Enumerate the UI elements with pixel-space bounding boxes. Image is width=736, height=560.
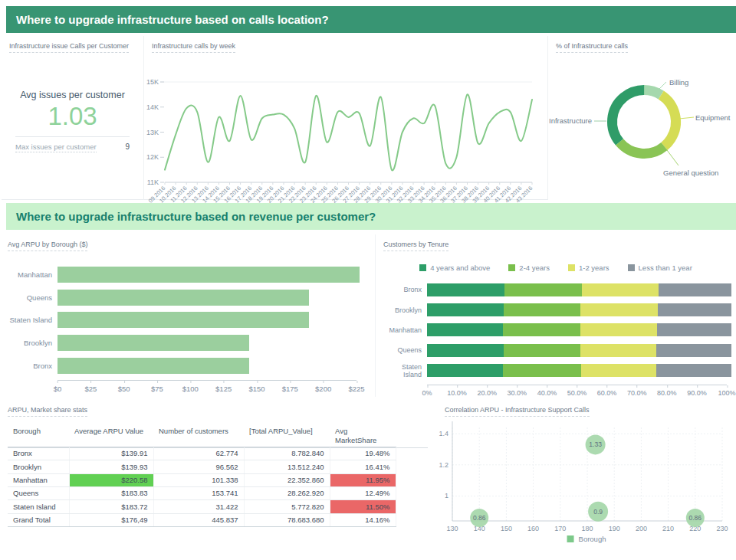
donut-label-general-question: General question	[663, 169, 718, 177]
table-cell-value: 31.422	[153, 500, 244, 513]
table-cell-borough: Brooklyn	[8, 460, 69, 473]
table-cell-borough: Staten Island	[8, 500, 69, 513]
correlation-plot[interactable]: 13014015016017018019020021022023011.21.4…	[437, 400, 736, 553]
tenure-segment[interactable]	[659, 283, 731, 296]
tenure-segment[interactable]	[427, 364, 503, 377]
arpu-bar[interactable]	[58, 312, 309, 328]
x-tick-label: 180	[581, 525, 593, 532]
tenure-segment[interactable]	[658, 303, 731, 316]
table-cell-value: 22.352.860	[244, 473, 330, 486]
tenure-segment[interactable]	[580, 323, 657, 336]
tenure-segment[interactable]	[503, 364, 581, 377]
table-cell-value: 11.95%	[330, 473, 396, 486]
legend-label: Borough	[579, 535, 606, 543]
table-cell-borough: Manhattan	[8, 473, 69, 486]
table-cell-value: 16.41%	[330, 460, 396, 473]
x-tick-label: 150	[501, 525, 512, 532]
y-tick-label: 13K	[146, 129, 159, 136]
x-tick-label: $125	[215, 385, 232, 393]
legend-swatch	[628, 264, 635, 271]
tenure-segment[interactable]	[582, 283, 659, 296]
legend-swatch	[508, 264, 515, 271]
x-tick-label: 190	[609, 525, 620, 532]
arpu-stats-panel: ARPU, Market share stats BoroughAverage …	[0, 400, 437, 555]
x-tick-label: 80.0%	[657, 389, 677, 397]
tenure-segment[interactable]	[656, 344, 731, 357]
infra-calls-donut-plot[interactable]: Billing Equipment General question Infra…	[548, 36, 736, 198]
arpu-bar[interactable]	[58, 358, 249, 374]
x-tick-label: 130	[446, 525, 458, 532]
column-header: [Total ARPU_Value]	[244, 425, 330, 447]
tenure-segment[interactable]	[427, 344, 504, 357]
correlation-title: Correlation ARPU - Infrastructure Suppor…	[445, 406, 590, 417]
column-header: Avg MarketShare	[330, 425, 396, 447]
tenure-category-label: Brooklyn	[385, 306, 427, 314]
arpu-stats-table-wrap: BoroughAverage ARPU ValueNumber of custo…	[8, 425, 437, 527]
tenure-segment[interactable]	[427, 323, 503, 336]
tenure-segment[interactable]	[427, 283, 504, 296]
arpu-bar[interactable]	[58, 267, 360, 283]
tenure-segment[interactable]	[580, 344, 656, 357]
table-cell-value: 78.683.680	[244, 513, 330, 526]
tenure-segment[interactable]	[504, 344, 580, 357]
table-row[interactable]: Bronx$139.9162.7748.782.84019.48%	[8, 447, 396, 460]
tenure-segment[interactable]	[656, 364, 731, 377]
legend-item[interactable]: 1-2 years	[568, 264, 610, 272]
arpu-by-borough-title: Avg ARPU by Borough ($)	[8, 241, 87, 251]
tenure-bar-row: Queens	[385, 340, 731, 360]
y-tick-label: 15K	[146, 78, 159, 86]
x-tick-label: 100%	[718, 389, 735, 397]
legend-swatch	[419, 264, 426, 271]
arpu-category-label: Staten Island	[8, 316, 58, 324]
legend-item[interactable]: 4 years and above	[419, 264, 490, 272]
tenure-segment[interactable]	[503, 323, 580, 336]
table-row[interactable]: Queens$183.83153.74128.262.92012.49%	[8, 486, 396, 499]
table-cell-value: 5.772.820	[244, 500, 330, 513]
table-cell-value: $220.58	[69, 473, 153, 486]
tenure-segment[interactable]	[580, 303, 657, 316]
kpi-panel: Infrastructure issue Calls per Customer …	[2, 36, 144, 200]
x-tick-label: 200	[636, 525, 647, 532]
table-row[interactable]: Brooklyn$139.9396.56213.512.24016.41%	[8, 460, 396, 473]
y-tick-label: 1.2	[439, 461, 449, 469]
calls-line-series[interactable]	[165, 94, 532, 170]
arpu-bar-track	[58, 312, 366, 328]
x-tick-label: $25	[84, 385, 97, 393]
arpu-category-label: Bronx	[8, 362, 58, 370]
legend-item[interactable]: 2-4 years	[508, 264, 550, 272]
tenure-segment[interactable]	[581, 364, 656, 377]
arpu-category-label: Manhattan	[8, 270, 58, 279]
customers-by-tenure-panel: Customers by Tenure 4 years and above2-4…	[376, 234, 736, 397]
y-tick-label: 12K	[146, 153, 159, 161]
x-tick-label: $150	[248, 385, 264, 393]
calls-by-week-plot[interactable]: 11K12K13K14K15K09.201610.201611.201612.2…	[144, 54, 547, 206]
tenure-segment[interactable]	[657, 323, 731, 336]
table-cell-value: 96.562	[153, 460, 244, 473]
table-row[interactable]: Grand Total$176,49445.83778.683.68014.16…	[8, 513, 396, 526]
tenure-segment[interactable]	[504, 283, 583, 296]
tenure-bar-track	[427, 303, 731, 316]
kpi-avg-label: Avg issues per customer	[9, 90, 136, 100]
legend-item[interactable]: Less than 1 year	[628, 264, 692, 272]
table-row[interactable]: Manhattan$220.58101.33822.352.86011.95%	[8, 473, 396, 486]
arpu-x-axis: $0$25$50$75$100$125$150$175$200$225	[58, 380, 356, 395]
column-header: Borough	[8, 425, 69, 447]
arpu-bar[interactable]	[58, 290, 309, 306]
tenure-category-label: Manhattan	[385, 326, 427, 334]
x-tick-label: 230	[716, 525, 728, 532]
tenure-x-axis: 0%10.0%20.0%30.0%40.0%50.0%60.0%70.0%80.…	[427, 385, 727, 399]
legend-label: 1-2 years	[579, 264, 610, 272]
y-tick-label: 1.4	[439, 430, 449, 437]
donut-label-infrastructure: Infrastructure	[549, 116, 592, 125]
arpu-bar[interactable]	[58, 335, 249, 351]
table-body: Bronx$139.9162.7748.782.84019.48%Brookly…	[8, 447, 396, 526]
correlation-legend[interactable]: Borough	[567, 535, 606, 543]
arpu-bar-track	[58, 358, 366, 374]
tenure-segment[interactable]	[504, 303, 580, 316]
arpu-bars: ManhattanQueensStaten IslandBrooklynBron…	[8, 264, 366, 377]
table-cell-value: $183.83	[69, 486, 153, 499]
x-tick-label: 50.0%	[567, 389, 587, 397]
table-cell-value: $176,49	[69, 513, 153, 526]
tenure-segment[interactable]	[427, 303, 504, 316]
table-row[interactable]: Staten Island$183.7231.4225.772.82011.50…	[8, 500, 396, 513]
